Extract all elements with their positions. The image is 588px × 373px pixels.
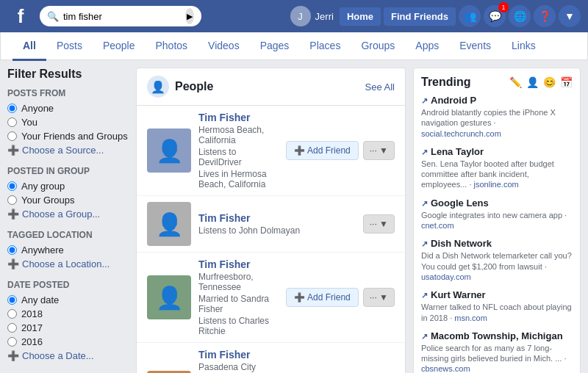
trending-icons: ✏️ 👤 😊 📅 — [509, 76, 573, 88]
avatar: 👤 — [147, 128, 191, 173]
list-item: ↗Dish Network Did a Dish Network telemar… — [421, 238, 573, 282]
list-item: ↗Google Lens Google integrates into new … — [421, 198, 573, 231]
table-row: 👤 Tim Fisher Hermosa Beach, California L… — [137, 106, 405, 196]
radio-any-group[interactable]: Any group — [7, 181, 129, 192]
person-detail: Listens to Charles Ritchie — [198, 316, 279, 336]
sidebar: Filter Results POSTS FROM Anyone You You… — [7, 68, 129, 373]
trend-topic[interactable]: ↗Lena Taylor — [421, 146, 573, 157]
radio-friends-groups[interactable]: Your Friends and Groups — [7, 131, 129, 142]
help-icon[interactable]: ❓ — [534, 5, 556, 27]
choose-group-link[interactable]: ➕Choose a Group... — [7, 209, 129, 220]
tab-links[interactable]: Links — [501, 32, 546, 61]
sidebar-title: Filter Results — [7, 68, 129, 81]
tab-apps[interactable]: Apps — [405, 32, 449, 61]
more-options-button[interactable]: ··· ▼ — [363, 214, 395, 233]
trending-smile-icon[interactable]: 😊 — [543, 76, 556, 88]
tab-groups[interactable]: Groups — [351, 32, 405, 61]
search-submit-button[interactable]: ▶ — [185, 8, 194, 24]
tagged-location-label: TAGGED LOCATION — [7, 230, 129, 240]
search-bar: 🔍 ▶ — [40, 6, 201, 26]
person-detail: Murfreesboro, Tennessee — [198, 272, 279, 292]
list-item: ↗Android P Android blatantly copies the … — [421, 95, 573, 139]
search-input[interactable] — [63, 11, 181, 22]
tab-posts[interactable]: Posts — [46, 32, 93, 61]
person-detail: Married to Sandra Fisher — [198, 294, 279, 314]
trend-desc: Sen. Lena Taylor booted after budget com… — [421, 159, 573, 190]
person-actions: ··· ▼ — [363, 214, 395, 233]
tab-pages[interactable]: Pages — [250, 32, 300, 61]
more-options-button[interactable]: ··· ▼ — [363, 141, 395, 160]
globe-icon[interactable]: 🌐 — [509, 5, 531, 27]
add-friend-button[interactable]: ➕ Add Friend — [286, 288, 358, 307]
home-button[interactable]: Home — [340, 7, 381, 26]
trending-person-icon[interactable]: 👤 — [526, 76, 539, 88]
more-options-button[interactable]: ··· ▼ — [363, 288, 395, 307]
radio-2017[interactable]: 2017 — [7, 322, 129, 333]
trending-edit-icon[interactable]: ✏️ — [509, 76, 522, 88]
radio-your-groups[interactable]: Your Groups — [7, 195, 129, 206]
tab-places[interactable]: Places — [299, 32, 351, 61]
avatar: J — [290, 6, 311, 26]
people-icon: 👤 — [147, 76, 169, 98]
people-see-all[interactable]: See All — [365, 82, 395, 93]
tab-photos[interactable]: Photos — [146, 32, 198, 61]
choose-source-link[interactable]: ➕Choose a Source... — [7, 145, 129, 156]
radio-any-date[interactable]: Any date — [7, 294, 129, 305]
posts-from-label: POSTS FROM — [7, 88, 129, 98]
facebook-logo[interactable]: f — [7, 3, 34, 29]
trend-topic[interactable]: ↗Dish Network — [421, 238, 573, 249]
person-info: Tim Fisher Pasadena City College Studied… — [198, 349, 279, 373]
person-name[interactable]: Tim Fisher — [198, 112, 279, 123]
person-info: Tim Fisher Listens to John Dolmayan — [198, 212, 356, 236]
trend-desc: Google integrates into new camera app · … — [421, 210, 573, 231]
person-name[interactable]: Tim Fisher — [198, 258, 279, 270]
person-detail: Lives in Hermosa Beach, California — [198, 169, 279, 189]
tab-videos[interactable]: Videos — [198, 32, 250, 61]
filter-date-posted: DATE POSTED Any date 2018 2017 2016 ➕Cho… — [7, 280, 129, 361]
trending-card: Trending ✏️ 👤 😊 📅 ↗Android P Android bla… — [413, 68, 581, 373]
user-name: Jerri — [315, 11, 334, 22]
person-info: Tim Fisher Hermosa Beach, California Lis… — [198, 112, 279, 189]
choose-location-link[interactable]: ➕Choose a Location... — [7, 258, 129, 269]
right-sidebar: Trending ✏️ 👤 😊 📅 ↗Android P Android bla… — [413, 68, 581, 373]
trend-topic[interactable]: ↗Google Lens — [421, 198, 573, 209]
person-info: Tim Fisher Murfreesboro, Tennessee Marri… — [198, 258, 279, 336]
avatar: 👤 — [147, 275, 191, 319]
tab-events[interactable]: Events — [449, 32, 501, 61]
radio-2016[interactable]: 2016 — [7, 336, 129, 347]
radio-anyone[interactable]: Anyone — [7, 103, 129, 114]
list-item: ↗Kurt Warner Warner talked to NFL coach … — [421, 289, 573, 323]
person-name[interactable]: Tim Fisher — [198, 212, 356, 224]
center-content: 👤 People See All 👤 Tim Fisher Hermosa Be… — [136, 68, 406, 373]
trend-topic[interactable]: ↗Android P — [421, 95, 573, 106]
nav-user[interactable]: J Jerri — [290, 6, 334, 26]
radio-anywhere[interactable]: Anywhere — [7, 245, 129, 256]
radio-you[interactable]: You — [7, 117, 129, 128]
friend-requests-icon[interactable]: 👥 — [459, 5, 481, 27]
people-section: 👤 People See All 👤 Tim Fisher Hermosa Be… — [136, 68, 406, 373]
person-detail: Listens to John Dolmayan — [198, 225, 356, 236]
add-friend-button[interactable]: ➕ Add Friend — [286, 141, 358, 160]
trending-calendar-icon[interactable]: 📅 — [560, 76, 573, 88]
table-row: 👤 Tim Fisher Listens to John Dolmayan ··… — [137, 196, 405, 253]
tab-all[interactable]: All — [12, 32, 46, 61]
dropdown-icon[interactable]: ▼ — [559, 5, 581, 27]
radio-2018[interactable]: 2018 — [7, 308, 129, 319]
trend-desc: Android blatantly copies the iPhone X na… — [421, 107, 573, 139]
trend-desc: Did a Dish Network telemarketer call you… — [421, 250, 573, 282]
date-posted-label: DATE POSTED — [7, 280, 129, 290]
trend-topic[interactable]: ↗Kurt Warner — [421, 289, 573, 300]
tab-people[interactable]: People — [93, 32, 146, 61]
person-detail: Pasadena City College — [198, 362, 279, 373]
person-detail: Hermosa Beach, California — [198, 125, 279, 145]
trend-topic[interactable]: ↗Macomb Township, Michigan — [421, 330, 573, 341]
find-friends-button[interactable]: Find Friends — [384, 7, 456, 26]
trend-desc: Warner talked to NFL coach about playing… — [421, 302, 573, 323]
person-actions: ➕ Add Friend ··· ▼ — [286, 288, 395, 307]
choose-date-link[interactable]: ➕Choose a Date... — [7, 350, 129, 361]
trend-desc: Police search for as many as 7 long-miss… — [421, 343, 573, 373]
search-icon: 🔍 — [47, 11, 59, 22]
person-name[interactable]: Tim Fisher — [198, 349, 279, 361]
posted-in-group-label: POSTED IN GROUP — [7, 166, 129, 176]
trending-title: Trending — [421, 76, 471, 89]
